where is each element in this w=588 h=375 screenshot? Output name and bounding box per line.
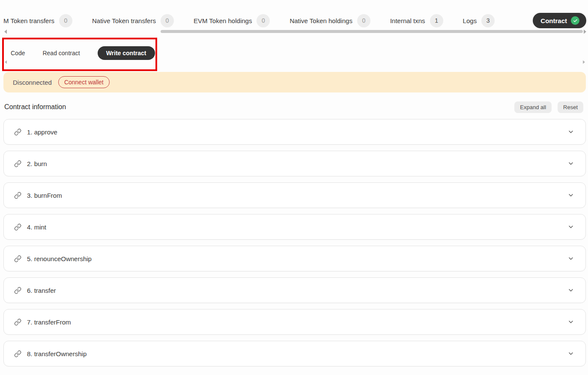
subtabs-scroll-right-icon[interactable] [583, 60, 585, 64]
function-row-burnfrom[interactable]: 3. burnFrom [3, 182, 586, 208]
function-link-icon[interactable] [14, 128, 21, 136]
function-label: 5. renounceOwnership [27, 255, 92, 262]
function-row-mint[interactable]: 4. mint [3, 214, 586, 240]
function-link-icon[interactable] [14, 350, 21, 357]
wallet-status-text: Disconnected [13, 79, 52, 86]
chevron-down-icon [567, 160, 574, 167]
function-label: 1. approve [27, 128, 57, 136]
reset-button[interactable]: Reset [558, 101, 583, 113]
tab-label: Logs [463, 17, 477, 24]
tab-count-badge: 0 [59, 14, 72, 27]
function-link-icon[interactable] [14, 223, 21, 231]
function-link-icon[interactable] [14, 192, 21, 199]
tab-label: Native Token transfers [92, 17, 156, 24]
function-link-icon[interactable] [14, 287, 21, 294]
chevron-down-icon [567, 318, 574, 325]
tab-count-badge: 3 [481, 14, 495, 27]
function-link-icon[interactable] [14, 255, 21, 262]
function-row-renounceownership[interactable]: 5. renounceOwnership [3, 246, 586, 271]
tab-native-token-holdings[interactable]: Native Token holdings 0 [290, 14, 370, 27]
tab-logs[interactable]: Logs 3 [463, 14, 495, 27]
function-label: 3. burnFrom [27, 192, 62, 199]
wallet-status-banner: Disconnected Connect wallet [3, 72, 586, 92]
tabs-scroll-right-icon[interactable] [584, 30, 586, 34]
tab-label: Native Token holdings [290, 17, 352, 24]
page-title: Contract information [4, 103, 66, 111]
tab-internal-txns[interactable]: Internal txns 1 [390, 14, 443, 27]
tab-label: M Token transfers [3, 17, 54, 24]
function-row-transferownership[interactable]: 8. transferOwnership [3, 341, 586, 366]
chevron-down-icon [567, 128, 574, 135]
tab-count-badge: 0 [257, 14, 270, 27]
tab-count-badge: 0 [357, 14, 370, 27]
tab-bar: M Token transfers 0 Native Token transfe… [3, 12, 586, 29]
tabs-scroll-left-icon[interactable] [4, 30, 7, 34]
function-row-approve[interactable]: 1. approve [3, 119, 586, 145]
chevron-down-icon [567, 255, 574, 262]
section-actions: Expand all Reset [514, 101, 583, 113]
contract-function-list: 1. approve 2. burn 3. burnFrom 4. mint 5… [3, 119, 586, 372]
chevron-down-icon [567, 192, 574, 199]
contract-information-header: Contract information Expand all Reset [4, 101, 583, 113]
chevron-down-icon [567, 287, 574, 294]
subtab-code[interactable]: Code [11, 50, 25, 57]
function-label: 2. burn [27, 160, 47, 167]
tab-evm-token-holdings[interactable]: EVM Token holdings 0 [194, 14, 270, 27]
tab-label: Internal txns [390, 17, 425, 24]
tabs-scrollbar[interactable] [161, 30, 583, 33]
subtab-read-contract[interactable]: Read contract [42, 50, 80, 57]
contract-subtabs: Code Read contract Write contract [11, 45, 155, 60]
function-row-transferfrom[interactable]: 7. transferFrom [3, 309, 586, 335]
tab-count-badge: 1 [430, 14, 443, 27]
function-row-burn[interactable]: 2. burn [3, 151, 586, 176]
tab-count-badge: 0 [161, 14, 174, 27]
function-row-transfer[interactable]: 6. transfer [3, 277, 586, 303]
subtab-write-contract[interactable]: Write contract [98, 46, 155, 60]
expand-all-button[interactable]: Expand all [514, 101, 552, 113]
tab-native-token-transfers[interactable]: Native Token transfers 0 [92, 14, 174, 27]
tab-label: EVM Token holdings [194, 17, 252, 24]
function-label: 4. mint [27, 223, 46, 231]
function-label: 6. transfer [27, 287, 56, 294]
function-label: 7. transferFrom [27, 318, 71, 326]
chevron-down-icon [567, 350, 574, 357]
tab-label: Contract [540, 17, 567, 24]
contract-verified-check-icon [571, 16, 579, 25]
function-link-icon[interactable] [14, 160, 21, 167]
function-label: 8. transferOwnership [27, 350, 87, 357]
tab-contract[interactable]: Contract [533, 13, 586, 28]
connect-wallet-button[interactable]: Connect wallet [58, 76, 110, 88]
function-link-icon[interactable] [14, 318, 21, 326]
tab-token-transfers[interactable]: M Token transfers 0 [3, 14, 72, 27]
chevron-down-icon [567, 223, 574, 230]
subtabs-scroll-left-icon[interactable] [5, 60, 7, 64]
